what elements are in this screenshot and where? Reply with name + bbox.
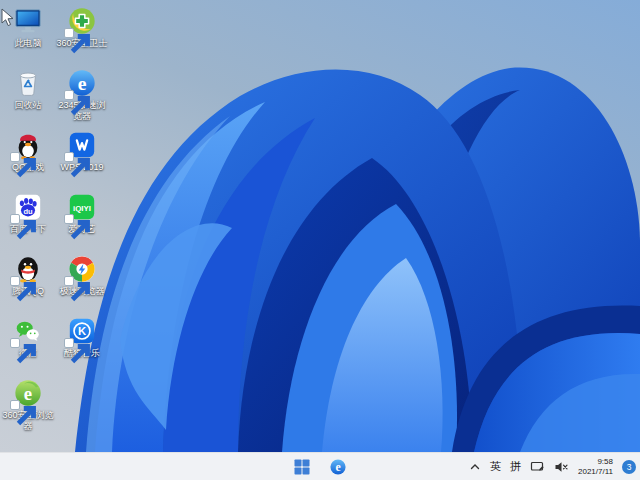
- shortcut-arrow-icon: [64, 214, 74, 224]
- browser-e-icon: e: [329, 458, 347, 476]
- shortcut-arrow-icon: [10, 276, 20, 286]
- desktop-icon-360-secure-browser[interactable]: e 360安全浏览器: [1, 378, 55, 438]
- ime-language-indicator[interactable]: 英: [490, 459, 501, 474]
- 2345-browser-icon: e: [67, 68, 97, 98]
- desktop-icon-iqiyi[interactable]: iQIYI 爱奇艺: [55, 192, 109, 252]
- desktop-icon-baidu[interactable]: du 百度一下: [1, 192, 55, 252]
- display-pen-icon[interactable]: [530, 460, 545, 474]
- shortcut-arrow-icon: [64, 28, 74, 38]
- desktop-icon-wps-2019[interactable]: WPS 2019: [55, 130, 109, 190]
- baidu-icon: du: [13, 192, 43, 222]
- desktop-icon-wechat[interactable]: 微信: [1, 316, 55, 376]
- desktop-icon-recycle-bin[interactable]: 回收站: [1, 68, 55, 128]
- desktop-icon-tencent-qq[interactable]: 腾讯QQ: [1, 254, 55, 314]
- desktop-icon-kugou-music[interactable]: K 酷狗音乐: [55, 316, 109, 376]
- browser-taskbar-button[interactable]: e: [327, 456, 349, 478]
- system-tray: 英 拼 9:58 2021/7/11 3: [469, 453, 636, 480]
- shortcut-arrow-icon: [64, 338, 74, 348]
- qq-games-icon: [13, 130, 43, 160]
- wechat-icon: [13, 316, 43, 346]
- svg-text:K: K: [78, 325, 87, 337]
- tencent-qq-icon: [13, 254, 43, 284]
- shortcut-arrow-icon: [10, 152, 20, 162]
- tray-chevron-up-icon[interactable]: [469, 461, 481, 473]
- svg-text:e: e: [335, 460, 340, 474]
- recycle-bin-icon: [13, 68, 43, 98]
- wps-2019-icon: [67, 130, 97, 160]
- taskbar: e 英 拼 9:58 2021/7/11 3: [0, 452, 640, 480]
- shortcut-arrow-icon: [10, 338, 20, 348]
- desktop-icon-label: 回收站: [1, 100, 55, 111]
- shortcut-arrow-icon: [10, 400, 20, 410]
- clock-date: 2021/7/11: [578, 467, 613, 477]
- shortcut-arrow-icon: [64, 90, 74, 100]
- start-button[interactable]: [291, 456, 313, 478]
- 360-secure-browser-icon: e: [13, 378, 43, 408]
- svg-text:iQIYI: iQIYI: [73, 204, 91, 213]
- this-pc-icon: [13, 6, 43, 36]
- desktop-wallpaper[interactable]: 此电脑 360安全卫士 回收站: [0, 0, 640, 452]
- 360-safety-guard-icon: [67, 6, 97, 36]
- desktop-icon-qq-games[interactable]: QQ游戏: [1, 130, 55, 190]
- desktop-icon-2345-browser[interactable]: e 2345加速浏览器: [55, 68, 109, 128]
- clock-time: 9:58: [578, 457, 613, 467]
- windows-logo-icon: [294, 459, 310, 475]
- desktop-icon-label: 此电脑: [1, 38, 55, 49]
- ime-pinyin-indicator[interactable]: 拼: [510, 459, 521, 474]
- desktop-icon-speed-browser[interactable]: 极速浏览器: [55, 254, 109, 314]
- mouse-cursor: [1, 8, 14, 27]
- volume-muted-icon[interactable]: [554, 460, 569, 474]
- iqiyi-icon: iQIYI: [67, 192, 97, 222]
- windows-11-desktop: { "desktop": { "icons": [ {"id":"this-pc…: [0, 0, 640, 480]
- shortcut-arrow-icon: [10, 214, 20, 224]
- taskbar-clock[interactable]: 9:58 2021/7/11: [578, 457, 613, 477]
- shortcut-arrow-icon: [64, 152, 74, 162]
- notification-badge[interactable]: 3: [622, 460, 636, 474]
- shortcut-arrow-icon: [64, 276, 74, 286]
- speed-browser-icon: [67, 254, 97, 284]
- kugou-music-icon: K: [67, 316, 97, 346]
- desktop-icon-360-safety-guard[interactable]: 360安全卫士: [55, 6, 109, 66]
